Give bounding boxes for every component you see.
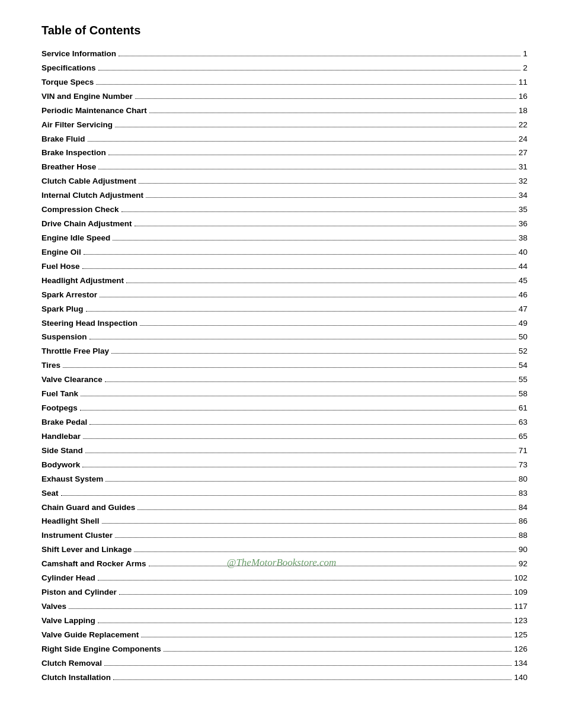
toc-page-number: 1 — [523, 48, 527, 60]
toc-page-number: 83 — [519, 488, 527, 500]
toc-page-number: 38 — [519, 232, 527, 245]
toc-dots — [115, 537, 516, 538]
toc-dots — [149, 113, 516, 113]
toc-page-number: 49 — [519, 318, 527, 330]
toc-entry: Service Information1 — [41, 48, 527, 60]
toc-page-number: 31 — [519, 161, 527, 174]
toc-entry-title: Valve Lapping — [41, 615, 95, 627]
toc-entry: Drive Chain Adjustment36 — [41, 218, 527, 230]
toc-page-number: 16 — [519, 91, 527, 103]
toc-page-number: 34 — [519, 190, 527, 202]
toc-entry-title: Brake Pedal — [41, 416, 87, 429]
toc-dots — [126, 283, 516, 283]
toc-entry-title: Exhaust System — [41, 473, 103, 486]
toc-dots — [88, 141, 516, 142]
toc-dots — [80, 410, 516, 410]
toc-entry: Headlight Shell86 — [41, 515, 527, 528]
toc-dots — [111, 353, 516, 354]
toc-dots — [141, 637, 511, 637]
toc-entry-title: Breather Hose — [41, 161, 96, 174]
toc-page-number: 11 — [519, 76, 527, 89]
toc-dots — [135, 98, 516, 99]
toc-dots — [82, 268, 516, 269]
toc-page-number: 36 — [519, 218, 527, 230]
toc-entry: Steering Head Inspection49 — [41, 318, 527, 330]
toc-entry: Fuel Hose44 — [41, 261, 527, 273]
toc-page-number: 46 — [519, 289, 527, 302]
toc-dots — [84, 254, 516, 255]
toc-entry: Handlebar65 — [41, 431, 527, 443]
toc-entry: Spark Plug47 — [41, 303, 527, 316]
toc-entry-title: Internal Clutch Adjustment — [41, 190, 143, 202]
toc-dots — [113, 240, 516, 240]
toc-entry-title: Drive Chain Adjustment — [41, 218, 132, 230]
toc-entry-title: Shift Lever and Linkage — [41, 544, 132, 556]
toc-page-number: 134 — [514, 658, 527, 670]
toc-entry: Brake Inspection27 — [41, 147, 527, 159]
toc-page-number: 88 — [519, 530, 527, 542]
toc-dots — [113, 679, 511, 680]
toc-entry: Engine Oil40 — [41, 246, 527, 259]
toc-entry-title: Throttle Free Play — [41, 345, 109, 358]
toc-entry-title: Fuel Tank — [41, 388, 78, 400]
toc-dots — [105, 481, 516, 482]
toc-dots — [108, 155, 516, 155]
toc-entry-title: Compression Check — [41, 204, 119, 216]
toc-page-number: 63 — [519, 416, 527, 429]
toc-entry-title: Spark Plug — [41, 303, 84, 316]
toc-entry: Instrument Cluster88 — [41, 530, 527, 542]
toc-entry-title: Headlight Shell — [41, 515, 100, 528]
toc-page-number: 86 — [519, 515, 527, 528]
toc-page-number: 50 — [519, 331, 527, 344]
toc-entry-title: Chain Guard and Guides — [41, 502, 135, 514]
toc-entry-title: Air Filter Servicing — [41, 119, 113, 132]
toc-entry-title: Bodywork — [41, 459, 80, 472]
toc-entry-title: Camshaft and Rocker Arms — [41, 558, 146, 570]
toc-page-number: 35 — [519, 204, 527, 216]
toc-dots — [82, 467, 516, 467]
toc-page-number: 71 — [519, 445, 527, 457]
toc-entry: Clutch Cable Adjustment32 — [41, 175, 527, 188]
toc-dots — [98, 580, 512, 581]
toc-entry: Headlight Adjustment45 — [41, 275, 527, 287]
toc-dots — [89, 339, 516, 339]
toc-entry-title: Brake Inspection — [41, 147, 106, 159]
toc-page-number: 65 — [519, 431, 527, 443]
toc-page-number: 58 — [519, 388, 527, 400]
toc-entry: Piston and Cylinder109 — [41, 586, 527, 599]
toc-entry-title: Torque Specs — [41, 76, 94, 89]
toc-entry-title: Specifications — [41, 62, 96, 75]
toc-entry: Tires54 — [41, 360, 527, 372]
toc-entry: Spark Arrestor46 — [41, 289, 527, 302]
toc-dots — [134, 551, 516, 552]
toc-page-number: 73 — [519, 459, 527, 472]
toc-entry-title: Cylinder Head — [41, 572, 95, 585]
toc-entry: Brake Pedal63 — [41, 416, 527, 429]
toc-entry: Cylinder Head102 — [41, 572, 527, 585]
toc-page-number: 18 — [519, 105, 527, 117]
toc-entry: Fuel Tank58 — [41, 388, 527, 400]
toc-dots — [83, 438, 516, 439]
toc-dots — [115, 127, 516, 127]
toc-dots — [81, 396, 516, 396]
toc-entry-title: Suspension — [41, 331, 87, 344]
toc-page-number: 80 — [519, 473, 527, 486]
toc-entry: Engine Idle Speed38 — [41, 232, 527, 245]
toc-entry-title: Fuel Hose — [41, 261, 80, 273]
toc-page-number: 125 — [514, 629, 527, 642]
toc-dots — [98, 169, 516, 169]
toc-dots — [119, 56, 520, 56]
toc-entry-title: Handlebar — [41, 431, 81, 443]
toc-entry: Exhaust System80 — [41, 473, 527, 486]
toc-page-number: 2 — [523, 62, 527, 75]
toc-entry: Compression Check35 — [41, 204, 527, 216]
toc-entry: Periodic Maintenance Chart18 — [41, 105, 527, 117]
toc-entry-title: Valve Guide Replacement — [41, 629, 139, 642]
toc-page-number: 140 — [514, 672, 527, 684]
toc-entry-title: Valves — [41, 601, 66, 613]
toc-entry: Valve Clearance55 — [41, 374, 527, 386]
toc-dots — [164, 651, 512, 652]
toc-dots — [61, 495, 516, 496]
toc-dots — [102, 523, 516, 524]
toc-entry-title: Clutch Installation — [41, 672, 111, 684]
